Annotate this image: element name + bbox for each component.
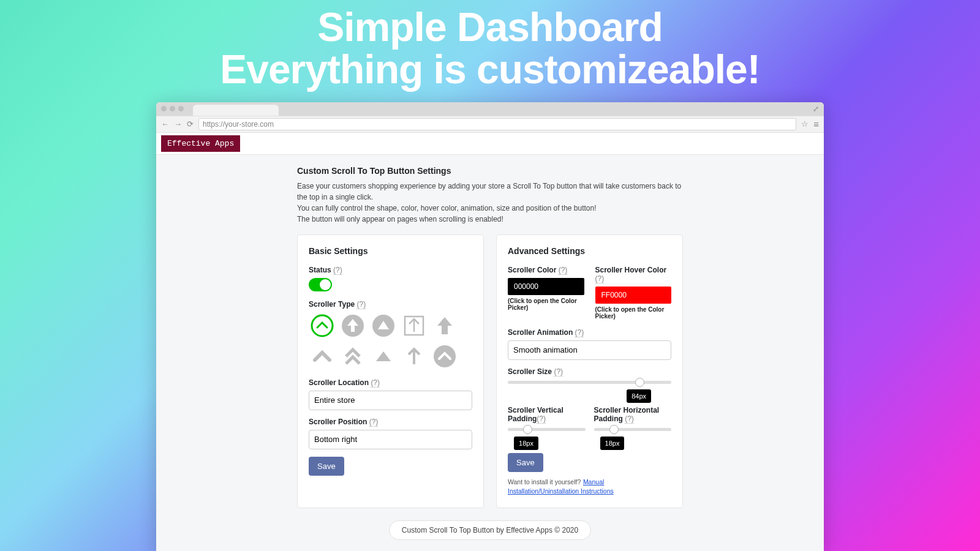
hpad-help-icon[interactable]: (?) xyxy=(625,414,634,424)
vpad-value-badge: 18px xyxy=(514,437,538,450)
svg-marker-7 xyxy=(437,317,452,334)
hpad-slider[interactable]: 18px xyxy=(594,428,672,431)
scroller-type-picker xyxy=(309,312,472,370)
scroller-type-chevron-double[interactable] xyxy=(339,343,366,370)
svg-marker-8 xyxy=(376,351,391,361)
hero-title-1: Simple Dashboard xyxy=(0,6,980,48)
advanced-heading: Advanced Settings xyxy=(508,246,671,256)
size-help-icon[interactable]: (?) xyxy=(554,367,563,377)
scroller-type-label: Scroller Type (?) xyxy=(309,300,472,309)
scroller-type-help-icon[interactable]: (?) xyxy=(356,300,366,309)
scroller-type-arrow-solid[interactable] xyxy=(431,312,458,339)
scroller-type-circle-chevron-solid[interactable] xyxy=(431,343,458,370)
location-label: Scroller Location (?) xyxy=(309,378,472,387)
hero-banner: Simple Dashboard Everything is customize… xyxy=(0,0,980,91)
animation-label: Scroller Animation (?) xyxy=(508,328,671,337)
page-content: Custom Scroll To Top Button Settings Eas… xyxy=(156,155,824,551)
browser-tabbar: ⤢ xyxy=(156,102,824,116)
position-label: Scroller Position (?) xyxy=(309,418,472,426)
location-select[interactable] xyxy=(309,391,472,410)
page-description: Ease your customers shopping experience … xyxy=(297,181,683,225)
desc-line-2: You can fully control the shape, color, … xyxy=(297,203,683,214)
size-value-badge: 84px xyxy=(627,389,651,403)
hover-color-label: Scroller Hover Color (?) xyxy=(595,266,672,283)
page-title: Custom Scroll To Top Button Settings xyxy=(297,166,683,176)
hpad-label: Scroller Horizontal Padding (?) xyxy=(594,406,672,423)
advanced-save-button[interactable]: Save xyxy=(508,453,543,472)
forward-icon[interactable]: → xyxy=(174,119,182,129)
advanced-settings-card: Advanced Settings Scroller Color (?) 000… xyxy=(496,234,683,508)
svg-point-0 xyxy=(312,315,333,336)
traffic-light-max-icon[interactable] xyxy=(178,106,184,111)
color-help-icon[interactable]: (?) xyxy=(559,266,568,275)
status-help-icon[interactable]: (?) xyxy=(333,266,342,275)
scroller-type-triangle-solid[interactable] xyxy=(370,343,397,370)
hero-title-2: Everything is customizeable! xyxy=(0,48,980,91)
basic-save-button[interactable]: Save xyxy=(309,457,344,476)
traffic-light-close-icon[interactable] xyxy=(161,106,167,111)
back-icon[interactable]: ← xyxy=(161,119,169,129)
color-label: Scroller Color (?) xyxy=(508,266,584,274)
url-input[interactable] xyxy=(198,118,796,130)
desc-line-1: Ease your customers shopping experience … xyxy=(297,181,683,203)
scroller-type-circle-triangle-solid[interactable] xyxy=(370,312,397,339)
desc-line-3: The button will only appear on pages whe… xyxy=(297,214,683,225)
svg-point-10 xyxy=(434,345,456,367)
app-brand-badge: Effective Apps xyxy=(161,135,240,152)
expand-icon[interactable]: ⤢ xyxy=(813,105,819,113)
scroller-type-circle-chevron-outline[interactable] xyxy=(309,312,336,339)
scroller-type-square-arrow-outline[interactable] xyxy=(401,312,428,339)
basic-settings-card: Basic Settings Status (?) Scroller Type … xyxy=(297,234,484,508)
reload-icon[interactable]: ⟳ xyxy=(187,119,194,129)
hover-color-picker-hint: (Click to open the Color Picker) xyxy=(595,306,672,320)
location-help-icon[interactable]: (?) xyxy=(371,378,380,388)
position-help-icon[interactable]: (?) xyxy=(369,418,379,427)
bookmark-star-icon[interactable]: ☆ xyxy=(801,119,809,129)
browser-toolbar: ← → ⟳ ☆ ≡ xyxy=(156,116,824,133)
color-picker-hint: (Click to open the Color Picker) xyxy=(508,298,584,311)
vpad-label: Scroller Vertical Padding(?) xyxy=(508,406,586,423)
vpad-help-icon[interactable]: (?) xyxy=(537,414,546,424)
vpad-slider[interactable]: 18px xyxy=(508,428,586,431)
position-select[interactable] xyxy=(309,430,472,449)
hover-color-picker[interactable]: FF0000 xyxy=(595,287,672,304)
install-question: Want to install it yourself? xyxy=(508,478,581,485)
status-label: Status (?) xyxy=(309,266,472,274)
basic-heading: Basic Settings xyxy=(309,246,472,256)
scroller-type-chevron-single[interactable] xyxy=(309,343,336,370)
app-header: Effective Apps xyxy=(156,133,824,155)
traffic-light-min-icon[interactable] xyxy=(170,106,175,111)
animation-select[interactable] xyxy=(508,340,671,360)
size-label: Scroller Size (?) xyxy=(508,367,671,376)
browser-tab[interactable] xyxy=(193,105,279,116)
scroller-type-arrow-thin[interactable] xyxy=(401,343,428,370)
browser-window: ⤢ ← → ⟳ ☆ ≡ Effective Apps Custom Scroll… xyxy=(156,102,824,551)
status-toggle[interactable] xyxy=(309,278,332,291)
size-slider[interactable]: 84px xyxy=(508,381,671,384)
animation-help-icon[interactable]: (?) xyxy=(575,328,584,337)
hover-color-help-icon[interactable]: (?) xyxy=(595,274,605,283)
scroller-type-circle-arrow-solid[interactable] xyxy=(339,312,366,339)
footer-credit: Custom Scroll To Top Button by Effective… xyxy=(389,520,591,540)
scroller-color-picker[interactable]: 000000 xyxy=(508,278,584,295)
hpad-value-badge: 18px xyxy=(600,437,625,450)
hamburger-menu-icon[interactable]: ≡ xyxy=(813,119,819,129)
